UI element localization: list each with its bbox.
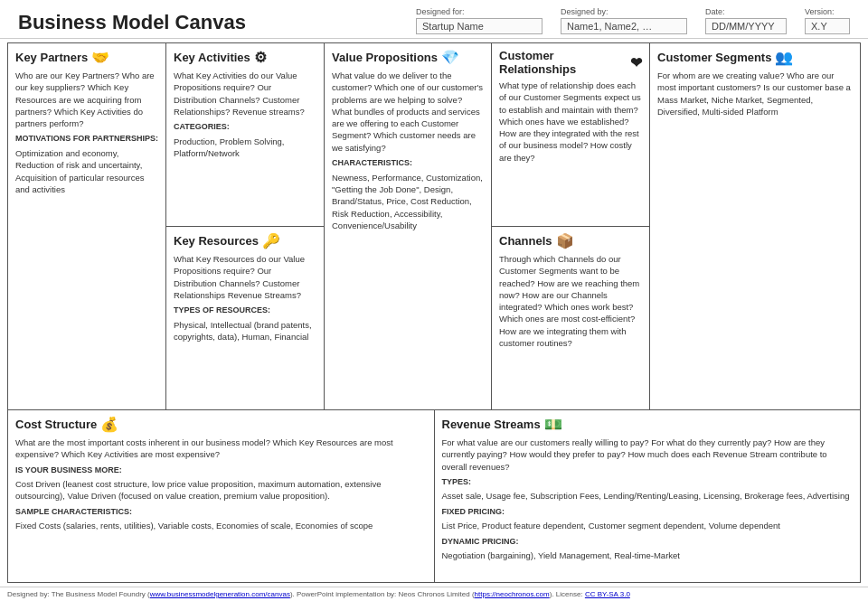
key-activities-icon: ⚙ <box>254 49 267 66</box>
key-resources-label1: TYPES OF RESOURCES: <box>174 305 316 316</box>
value-propositions-text1: What value do we deliver to the customer… <box>332 70 484 154</box>
revenue-streams-label3: DYNAMIC PRICING: <box>442 536 854 548</box>
key-partners-text: Who are our Key Partners? Who are our ke… <box>15 70 158 198</box>
channels-title: Channels 📦 <box>499 232 642 249</box>
designed-by-input[interactable] <box>561 18 687 34</box>
customer-relationships-title: Customer Relationships ❤ <box>499 49 642 76</box>
key-resources-icon: 🔑 <box>262 232 280 249</box>
page: Business Model Canvas Designed for: Desi… <box>0 0 868 601</box>
revenue-streams-title: Revenue Streams 💵 <box>442 416 854 433</box>
value-propositions-icon: 💎 <box>441 49 459 66</box>
cost-structure-cell: Cost Structure 💰 What are the most impor… <box>8 410 435 582</box>
value-propositions-cell: Value Propositions 💎 What value do we de… <box>325 43 492 409</box>
designed-for-field: Designed for: <box>416 7 542 34</box>
activities-resources-column: Key Activities ⚙ What Key Activities do … <box>166 43 325 409</box>
revenue-streams-label2: FIXED PRICING: <box>442 506 854 518</box>
business-model-canvas: Key Partners 🤝 Who are our Key Partners?… <box>7 42 861 583</box>
key-activities-title: Key Activities ⚙ <box>174 49 316 66</box>
channels-text1: Through which Channels do our Customer S… <box>499 253 642 349</box>
header: Business Model Canvas Designed for: Desi… <box>0 0 868 39</box>
customer-relationships-icon: ❤ <box>630 54 642 71</box>
value-propositions-label: Value Propositions <box>332 51 438 64</box>
channels-icon: 📦 <box>556 232 574 249</box>
customer-segments-title: Customer Segments 👥 <box>657 49 853 66</box>
key-partners-cell: Key Partners 🤝 Who are our Key Partners?… <box>8 43 166 409</box>
customer-relationships-text1: What type of relationship does each of o… <box>499 80 642 164</box>
value-propositions-label1: CHARACTERISTICS: <box>332 157 484 169</box>
revenue-streams-text2: Asset sale, Usage fee, Subscription Fees… <box>442 490 854 502</box>
key-partners-label1: MOTIVATIONS FOR PARTNERSHIPS: <box>15 133 158 145</box>
key-activities-label1: CATEGORIES: <box>174 121 316 133</box>
key-resources-title: Key Resources 🔑 <box>174 232 316 249</box>
revenue-streams-icon: 💵 <box>544 416 562 433</box>
customer-segments-cell: Customer Segments 👥 For whom are we crea… <box>650 43 860 409</box>
revenue-streams-text1: For what value are our customers really … <box>442 437 854 473</box>
cost-structure-text2: Cost Driven (leanest cost structure, low… <box>15 478 427 502</box>
header-fields: Designed for: Designed by: Date: Version… <box>416 7 850 34</box>
key-partners-label: Key Partners <box>15 51 88 64</box>
date-label: Date: <box>705 7 787 16</box>
bottom-section: Cost Structure 💰 What are the most impor… <box>8 410 860 582</box>
customer-relationships-cell: Customer Relationships ❤ What type of re… <box>492 43 649 227</box>
key-activities-label: Key Activities <box>174 51 250 64</box>
channels-text: Through which Channels do our Customer S… <box>499 253 642 349</box>
cost-structure-label2: SAMPLE CHARACTERISTICS: <box>15 506 427 518</box>
value-propositions-text2: Newness, Performance, Customization, "Ge… <box>332 172 484 231</box>
key-activities-text2: Production, Problem Solving, Platform/Ne… <box>174 136 316 160</box>
designed-for-input[interactable] <box>416 18 542 34</box>
page-title: Business Model Canvas <box>18 11 246 34</box>
customer-relationships-label: Customer Relationships <box>499 49 627 76</box>
cost-structure-label: Cost Structure <box>15 418 97 431</box>
value-propositions-title: Value Propositions 💎 <box>332 49 484 66</box>
key-resources-text1: What Key Resources do our Value Proposit… <box>174 253 316 301</box>
footer-link1[interactable]: www.businessmodelgeneration.com/canvas <box>150 590 290 598</box>
key-activities-cell: Key Activities ⚙ What Key Activities do … <box>166 43 324 227</box>
key-partners-text2: Optimization and economy, Reduction of r… <box>15 147 158 195</box>
revenue-streams-cell: Revenue Streams 💵 For what value are our… <box>435 410 861 582</box>
key-resources-label: Key Resources <box>174 234 259 248</box>
revenue-streams-text: For what value are our customers really … <box>442 437 854 565</box>
key-partners-title: Key Partners 🤝 <box>15 49 158 66</box>
cost-structure-title: Cost Structure 💰 <box>15 416 427 433</box>
version-field: Version: <box>805 7 850 34</box>
channels-cell: Channels 📦 Through which Channels do our… <box>492 227 649 409</box>
designed-by-label: Designed by: <box>561 7 687 16</box>
revenue-streams-text3: List Price, Product feature dependent, C… <box>442 520 854 531</box>
channels-label: Channels <box>499 234 552 248</box>
key-partners-icon: 🤝 <box>91 49 109 66</box>
revenue-streams-text4: Negotiation (bargaining), Yield Manageme… <box>442 549 854 561</box>
cost-structure-text: What are the most important costs inhere… <box>15 437 427 535</box>
top-section: Key Partners 🤝 Who are our Key Partners?… <box>8 43 860 410</box>
key-partners-text1: Who are our Key Partners? Who are our ke… <box>15 70 158 129</box>
footer-text: Designed by: The Business Model Foundry … <box>7 590 630 598</box>
cr-channels-column: Customer Relationships ❤ What type of re… <box>492 43 650 409</box>
key-resources-text2: Physical, Intellectual (brand patents, c… <box>174 319 316 343</box>
designed-for-label: Designed for: <box>416 7 542 16</box>
key-resources-cell: Key Resources 🔑 What Key Resources do ou… <box>166 227 324 409</box>
footer: Designed by: The Business Model Foundry … <box>0 587 868 601</box>
footer-link2[interactable]: https://neochronos.com <box>475 590 550 598</box>
key-resources-text: What Key Resources do our Value Proposit… <box>174 253 316 343</box>
key-activities-text: What Key Activities do our Value Proposi… <box>174 70 316 159</box>
customer-segments-icon: 👥 <box>775 49 793 66</box>
date-input[interactable] <box>705 18 787 34</box>
cost-structure-label1: IS YOUR BUSINESS MORE: <box>15 465 427 476</box>
customer-segments-text: For whom are we creating value? Who are … <box>657 70 853 120</box>
designed-by-field: Designed by: <box>561 7 687 34</box>
date-field: Date: <box>705 7 787 34</box>
revenue-streams-label: Revenue Streams <box>442 418 541 431</box>
version-input[interactable] <box>805 18 850 34</box>
value-propositions-text: What value do we deliver to the customer… <box>332 70 484 234</box>
cost-structure-text3: Fixed Costs (salaries, rents, utilities)… <box>15 520 427 531</box>
cost-structure-text1: What are the most important costs inhere… <box>15 437 427 461</box>
customer-segments-text1: For whom are we creating value? Who are … <box>657 70 853 117</box>
customer-relationships-text: What type of relationship does each of o… <box>499 80 642 164</box>
footer-license-link[interactable]: CC BY-SA 3.0 <box>585 590 630 598</box>
revenue-streams-label1: TYPES: <box>442 476 854 488</box>
version-label: Version: <box>805 7 850 16</box>
customer-segments-label: Customer Segments <box>657 51 771 64</box>
cost-structure-icon: 💰 <box>100 416 118 433</box>
key-activities-text1: What Key Activities do our Value Proposi… <box>174 70 316 117</box>
